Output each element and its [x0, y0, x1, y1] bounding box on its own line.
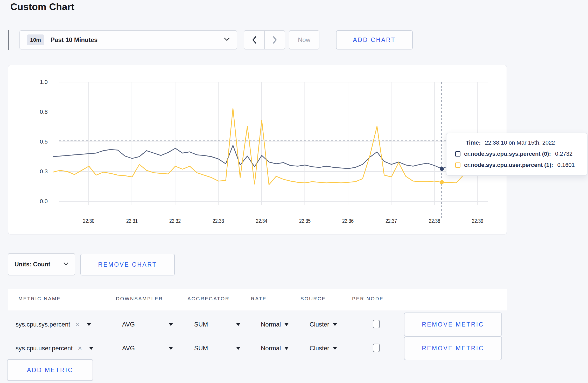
downsampler-arrow[interactable] — [169, 313, 173, 336]
rate-value: Normal — [261, 321, 281, 328]
series-line — [53, 145, 485, 169]
dropdown-arrow-icon — [333, 347, 337, 350]
prev-range-button[interactable] — [244, 31, 265, 49]
page-title: Custom Chart — [10, 2, 74, 12]
dropdown-arrow-icon — [284, 323, 289, 326]
downsampler-value: AVG — [122, 321, 135, 328]
tooltip-series-label: cr.node.sys.cpu.sys.percent (0): — [464, 151, 551, 157]
dropdown-arrow-icon — [169, 347, 173, 350]
rate-select[interactable]: Normal — [261, 313, 289, 336]
x-axis-tick-label: 22:30 — [77, 218, 100, 224]
tooltip-series-value: 0.1601 — [557, 162, 575, 168]
chart-tooltip: Time: 22:38:10 on Mar 15th, 2022 cr.node… — [446, 133, 587, 176]
metric-name-value: sys.cpu.sys.percent — [16, 321, 70, 328]
col-header-downsampler: DOWNSAMPLER — [116, 296, 163, 302]
col-header-source: SOURCE — [300, 296, 326, 302]
x-axis-tick-label: 22:36 — [337, 218, 359, 224]
downsampler-select[interactable]: AVG — [122, 313, 135, 336]
tooltip-series-label: cr.node.sys.cpu.user.percent (1): — [464, 162, 553, 168]
y-axis-tick-label: 0.8 — [27, 109, 48, 115]
x-axis-tick-label: 22:37 — [380, 218, 403, 224]
units-dropdown[interactable]: Units: Count — [8, 253, 75, 275]
chevron-right-icon — [272, 36, 278, 44]
now-button[interactable]: Now — [289, 30, 319, 49]
col-header-metric-name: METRIC NAME — [18, 296, 61, 302]
y-axis-tick-label: 0.0 — [27, 198, 48, 204]
x-axis-tick-label: 22:35 — [293, 218, 316, 224]
aggregator-arrow[interactable] — [236, 313, 240, 336]
rate-select[interactable]: Normal — [261, 336, 289, 360]
downsampler-arrow[interactable] — [169, 336, 173, 360]
x-axis-tick-label: 22:39 — [466, 218, 489, 224]
x-axis-tick-label: 22:32 — [164, 218, 186, 224]
x-axis-tick-label: 22:33 — [207, 218, 230, 224]
metric-name-value: sys.cpu.user.percent — [16, 345, 73, 352]
x-axis-tick-label: 22:38 — [423, 218, 446, 224]
remove-chart-button[interactable]: REMOVE CHART — [80, 254, 175, 275]
series-line — [53, 108, 485, 185]
aggregator-arrow[interactable] — [236, 336, 240, 360]
time-range-label: Past 10 Minutes — [51, 36, 224, 44]
dropdown-arrow-icon — [236, 323, 240, 326]
dropdown-arrow-icon — [89, 347, 93, 350]
aggregator-select[interactable]: SUM — [194, 336, 208, 360]
chevron-left-icon — [251, 36, 257, 44]
hover-dot-sys — [440, 167, 444, 171]
metric-row: sys.cpu.user.percent × AVG SUM Normal Cl… — [8, 336, 507, 360]
chevron-down-icon — [64, 262, 68, 267]
time-range-badge: 10m — [27, 34, 44, 45]
y-axis-tick-label: 0.5 — [27, 139, 48, 145]
clear-metric-icon[interactable]: × — [75, 321, 80, 329]
remove-metric-button[interactable]: REMOVE METRIC — [404, 336, 502, 360]
col-header-aggregator: AGGREGATOR — [187, 296, 229, 302]
tooltip-series-value: 0.2732 — [555, 151, 572, 157]
source-value: Cluster — [310, 321, 329, 328]
source-value: Cluster — [310, 345, 329, 352]
x-axis-tick-label: 22:34 — [250, 218, 273, 224]
add-chart-button[interactable]: ADD CHART — [336, 30, 413, 49]
tooltip-series-row: cr.node.sys.cpu.sys.percent (0): 0.2732 — [455, 151, 579, 157]
aggregator-value: SUM — [194, 345, 208, 352]
source-select[interactable]: Cluster — [310, 336, 337, 360]
next-range-button[interactable] — [265, 31, 285, 49]
downsampler-select[interactable]: AVG — [122, 336, 135, 360]
tooltip-time-label: Time: — [466, 139, 481, 146]
dropdown-arrow-icon — [87, 323, 91, 326]
chart-svg[interactable] — [8, 65, 507, 234]
metric-name-select[interactable]: sys.cpu.sys.percent × — [16, 313, 91, 336]
metric-row: sys.cpu.sys.percent × AVG SUM Normal Clu… — [8, 313, 507, 336]
source-select[interactable]: Cluster — [310, 313, 337, 336]
toolbar-left-rule — [8, 30, 9, 50]
time-nav-group — [244, 30, 285, 49]
aggregator-select[interactable]: SUM — [194, 313, 208, 336]
dropdown-arrow-icon — [236, 347, 240, 350]
clear-metric-icon[interactable]: × — [78, 344, 82, 352]
per-node-checkbox[interactable] — [373, 344, 380, 352]
dropdown-arrow-icon — [284, 347, 289, 350]
col-header-per-node: PER NODE — [352, 296, 384, 302]
downsampler-value: AVG — [122, 345, 135, 352]
add-metric-button[interactable]: ADD METRIC — [7, 359, 93, 381]
y-axis-tick-label: 0.3 — [27, 169, 48, 174]
dropdown-arrow-icon — [333, 323, 337, 326]
x-axis-tick-label: 22:31 — [121, 218, 143, 224]
remove-metric-button[interactable]: REMOVE METRIC — [404, 313, 502, 336]
units-label: Units: Count — [15, 261, 50, 268]
time-range-dropdown[interactable]: 10m Past 10 Minutes — [19, 30, 237, 49]
rate-value: Normal — [261, 345, 281, 352]
hover-dot-user — [440, 180, 444, 184]
y-axis-tick-label: 1.0 — [27, 79, 48, 85]
chart-card: 0.00.30.50.81.022:3022:3122:3222:3322:34… — [8, 65, 507, 235]
navy-series-swatch-icon — [455, 151, 460, 157]
yellow-series-swatch-icon — [455, 162, 460, 168]
dropdown-arrow-icon — [169, 323, 173, 326]
tooltip-time-value: 22:38:10 on Mar 15th, 2022 — [485, 139, 555, 146]
aggregator-value: SUM — [194, 321, 208, 328]
per-node-checkbox[interactable] — [373, 320, 380, 328]
tooltip-series-row: cr.node.sys.cpu.user.percent (1): 0.1601 — [455, 162, 579, 168]
tooltip-time-row: Time: 22:38:10 on Mar 15th, 2022 — [466, 139, 579, 146]
col-header-rate: RATE — [251, 296, 267, 302]
chevron-down-icon — [224, 37, 230, 42]
metric-name-select[interactable]: sys.cpu.user.percent × — [16, 336, 93, 360]
